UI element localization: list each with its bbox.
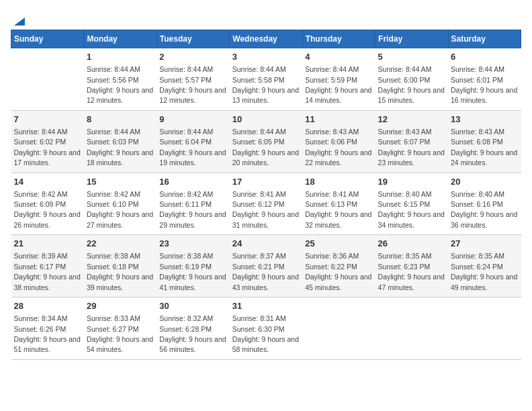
day-info: Sunrise: 8:42 AMSunset: 6:11 PMDaylight:… [159, 190, 226, 229]
day-info: Sunrise: 8:41 AMSunset: 6:12 PMDaylight:… [232, 190, 299, 229]
calendar-body: 1Sunrise: 8:44 AMSunset: 5:56 PMDaylight… [11, 48, 521, 360]
day-number: 24 [232, 238, 300, 250]
week-row-5: 28Sunrise: 8:34 AMSunset: 6:26 PMDayligh… [11, 298, 521, 360]
day-info: Sunrise: 8:37 AMSunset: 6:21 PMDaylight:… [232, 252, 299, 291]
day-number: 5 [378, 51, 445, 63]
calendar-table: SundayMondayTuesdayWednesdayThursdayFrid… [11, 30, 521, 360]
day-number: 7 [14, 113, 81, 126]
day-info: Sunrise: 8:35 AMSunset: 6:23 PMDaylight:… [378, 252, 445, 291]
day-info: Sunrise: 8:44 AMSunset: 6:02 PMDaylight:… [14, 128, 81, 167]
day-number: 10 [232, 113, 300, 126]
day-info: Sunrise: 8:34 AMSunset: 6:26 PMDaylight:… [14, 314, 81, 353]
day-cell [11, 48, 84, 111]
day-number: 15 [87, 176, 154, 188]
day-number: 19 [378, 176, 445, 188]
day-cell: 23Sunrise: 8:38 AMSunset: 6:19 PMDayligh… [157, 235, 229, 298]
day-cell: 19Sunrise: 8:40 AMSunset: 6:15 PMDayligh… [375, 173, 448, 235]
day-info: Sunrise: 8:44 AMSunset: 5:57 PMDaylight:… [159, 65, 226, 104]
calendar-header: SundayMondayTuesdayWednesdayThursdayFrid… [11, 30, 521, 48]
day-cell: 16Sunrise: 8:42 AMSunset: 6:11 PMDayligh… [157, 173, 229, 235]
day-cell: 28Sunrise: 8:34 AMSunset: 6:26 PMDayligh… [11, 298, 84, 360]
day-number: 22 [87, 238, 154, 250]
day-cell: 18Sunrise: 8:41 AMSunset: 6:13 PMDayligh… [302, 173, 375, 235]
day-cell: 24Sunrise: 8:37 AMSunset: 6:21 PMDayligh… [230, 235, 302, 298]
day-number: 12 [378, 113, 445, 126]
day-number: 9 [159, 113, 226, 126]
day-number: 1 [87, 51, 154, 63]
day-number: 6 [451, 51, 518, 63]
day-cell: 2Sunrise: 8:44 AMSunset: 5:57 PMDaylight… [157, 48, 229, 111]
day-info: Sunrise: 8:44 AMSunset: 6:01 PMDaylight:… [451, 65, 517, 104]
day-number: 30 [159, 300, 226, 312]
day-cell: 7Sunrise: 8:44 AMSunset: 6:02 PMDaylight… [11, 110, 84, 173]
day-info: Sunrise: 8:40 AMSunset: 6:16 PMDaylight:… [451, 190, 517, 229]
day-cell [302, 298, 375, 360]
day-cell: 29Sunrise: 8:33 AMSunset: 6:27 PMDayligh… [84, 298, 157, 360]
day-cell: 10Sunrise: 8:44 AMSunset: 6:05 PMDayligh… [230, 110, 302, 173]
day-cell: 5Sunrise: 8:44 AMSunset: 6:00 PMDaylight… [375, 48, 448, 111]
day-number: 26 [378, 238, 445, 250]
day-info: Sunrise: 8:42 AMSunset: 6:10 PMDaylight:… [87, 190, 153, 229]
day-info: Sunrise: 8:33 AMSunset: 6:27 PMDaylight:… [87, 314, 153, 353]
header-cell-saturday: Saturday [448, 30, 521, 48]
day-number: 31 [232, 300, 300, 312]
day-info: Sunrise: 8:35 AMSunset: 6:24 PMDaylight:… [451, 252, 517, 291]
logo-icon [11, 11, 25, 26]
day-info: Sunrise: 8:44 AMSunset: 5:59 PMDaylight:… [305, 65, 371, 104]
day-number: 2 [159, 51, 226, 63]
day-cell: 11Sunrise: 8:43 AMSunset: 6:06 PMDayligh… [302, 110, 375, 173]
logo [11, 11, 26, 23]
day-info: Sunrise: 8:38 AMSunset: 6:19 PMDaylight:… [159, 252, 226, 291]
header-cell-thursday: Thursday [302, 30, 375, 48]
day-info: Sunrise: 8:41 AMSunset: 6:13 PMDaylight:… [305, 190, 371, 229]
day-cell: 26Sunrise: 8:35 AMSunset: 6:23 PMDayligh… [375, 235, 448, 298]
day-cell: 12Sunrise: 8:43 AMSunset: 6:07 PMDayligh… [375, 110, 448, 173]
day-info: Sunrise: 8:31 AMSunset: 6:30 PMDaylight:… [232, 314, 299, 353]
day-info: Sunrise: 8:39 AMSunset: 6:17 PMDaylight:… [14, 252, 81, 291]
header-cell-wednesday: Wednesday [230, 30, 302, 48]
day-cell: 13Sunrise: 8:43 AMSunset: 6:08 PMDayligh… [448, 110, 521, 173]
day-cell: 15Sunrise: 8:42 AMSunset: 6:10 PMDayligh… [84, 173, 157, 235]
day-cell: 20Sunrise: 8:40 AMSunset: 6:16 PMDayligh… [448, 173, 521, 235]
day-cell: 3Sunrise: 8:44 AMSunset: 5:58 PMDaylight… [230, 48, 302, 111]
day-info: Sunrise: 8:42 AMSunset: 6:09 PMDaylight:… [14, 190, 81, 229]
svg-marker-0 [14, 17, 25, 26]
week-row-3: 14Sunrise: 8:42 AMSunset: 6:09 PMDayligh… [11, 173, 521, 235]
day-cell [448, 298, 521, 360]
header [11, 11, 521, 23]
day-info: Sunrise: 8:32 AMSunset: 6:28 PMDaylight:… [159, 314, 226, 353]
day-cell: 9Sunrise: 8:44 AMSunset: 6:04 PMDaylight… [157, 110, 229, 173]
day-cell [375, 298, 448, 360]
day-cell: 31Sunrise: 8:31 AMSunset: 6:30 PMDayligh… [230, 298, 302, 360]
day-number: 8 [87, 113, 154, 126]
day-number: 25 [305, 238, 372, 250]
day-number: 4 [305, 51, 372, 63]
day-info: Sunrise: 8:44 AMSunset: 6:00 PMDaylight:… [378, 65, 445, 104]
day-info: Sunrise: 8:40 AMSunset: 6:15 PMDaylight:… [378, 190, 445, 229]
day-info: Sunrise: 8:43 AMSunset: 6:08 PMDaylight:… [451, 128, 517, 167]
day-number: 23 [159, 238, 226, 250]
day-info: Sunrise: 8:44 AMSunset: 6:04 PMDaylight:… [159, 128, 226, 167]
header-row: SundayMondayTuesdayWednesdayThursdayFrid… [11, 30, 521, 48]
day-number: 18 [305, 176, 372, 188]
day-cell: 21Sunrise: 8:39 AMSunset: 6:17 PMDayligh… [11, 235, 84, 298]
day-cell: 17Sunrise: 8:41 AMSunset: 6:12 PMDayligh… [230, 173, 302, 235]
day-number: 21 [14, 238, 81, 250]
day-cell: 25Sunrise: 8:36 AMSunset: 6:22 PMDayligh… [302, 235, 375, 298]
day-info: Sunrise: 8:43 AMSunset: 6:07 PMDaylight:… [378, 128, 445, 167]
day-number: 20 [451, 176, 518, 188]
day-info: Sunrise: 8:44 AMSunset: 6:05 PMDaylight:… [232, 128, 299, 167]
day-number: 11 [305, 113, 372, 126]
day-info: Sunrise: 8:44 AMSunset: 6:03 PMDaylight:… [87, 128, 153, 167]
day-info: Sunrise: 8:38 AMSunset: 6:18 PMDaylight:… [87, 252, 153, 291]
day-cell: 30Sunrise: 8:32 AMSunset: 6:28 PMDayligh… [157, 298, 229, 360]
header-cell-friday: Friday [375, 30, 448, 48]
day-cell: 14Sunrise: 8:42 AMSunset: 6:09 PMDayligh… [11, 173, 84, 235]
day-info: Sunrise: 8:44 AMSunset: 5:56 PMDaylight:… [87, 65, 153, 104]
day-number: 14 [14, 176, 81, 188]
day-number: 17 [232, 176, 300, 188]
header-cell-monday: Monday [84, 30, 157, 48]
week-row-4: 21Sunrise: 8:39 AMSunset: 6:17 PMDayligh… [11, 235, 521, 298]
day-info: Sunrise: 8:36 AMSunset: 6:22 PMDaylight:… [305, 252, 371, 291]
day-number: 27 [451, 238, 518, 250]
